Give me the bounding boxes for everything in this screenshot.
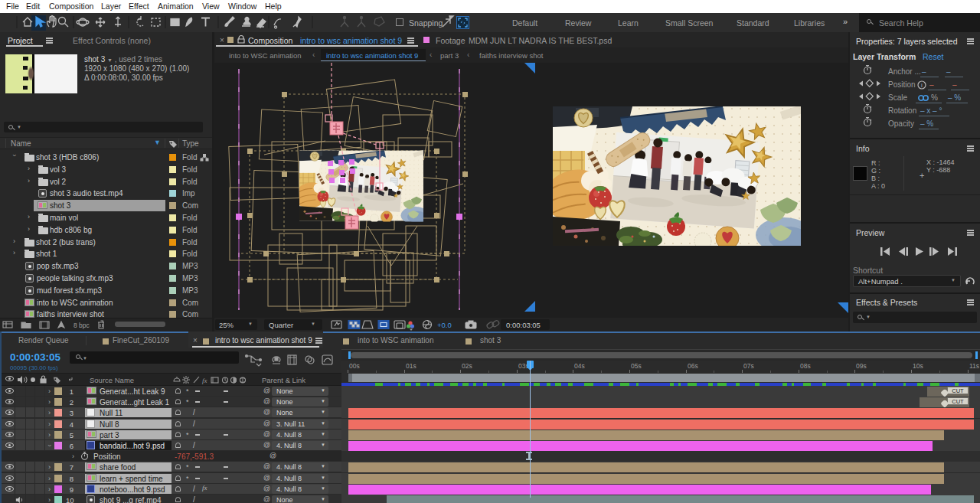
svg-text:8 bpc: 8 bpc [74,322,90,329]
svg-text:i: i [921,82,923,89]
svg-text:fx: fx [202,377,207,384]
